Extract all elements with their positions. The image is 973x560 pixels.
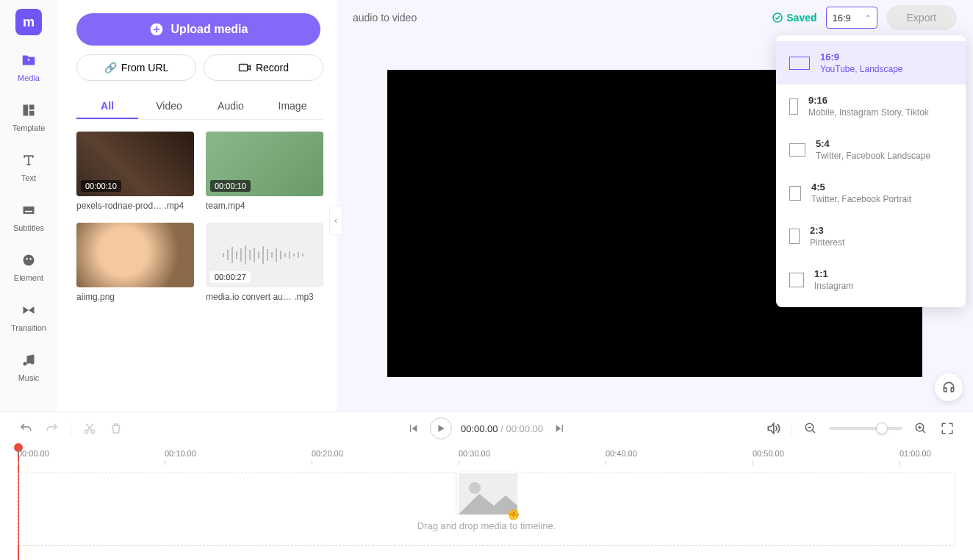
svg-rect-3 — [29, 105, 35, 110]
media-filename: media.io convert au… .mp3 — [206, 292, 323, 302]
ruler-mark: 00:20.00 — [312, 449, 343, 458]
upload-media-button[interactable]: Upload media — [76, 13, 320, 46]
tab-image[interactable]: Image — [262, 94, 323, 119]
check-circle-icon — [772, 12, 783, 24]
ratio-icon — [789, 98, 798, 115]
media-item[interactable]: 00:00:10 team.mp4 — [206, 132, 323, 211]
media-filename: team.mp4 — [206, 201, 323, 211]
grab-cursor-icon: ✊ — [507, 509, 520, 520]
svg-point-8 — [26, 258, 28, 260]
duration-badge: 00:00:10 — [81, 180, 121, 192]
project-title[interactable]: audio to video — [353, 12, 417, 24]
zoom-thumb[interactable] — [876, 423, 888, 434]
ratio-icon — [789, 143, 805, 157]
media-item[interactable]: aiimg.png — [76, 223, 194, 302]
ratio-icon — [789, 273, 804, 287]
aspect-option-2-3[interactable]: 2:3Pinterest — [776, 215, 966, 258]
aspect-option-4-5[interactable]: 4:5Twitter, Facebook Portrait — [776, 171, 966, 215]
support-button[interactable] — [935, 373, 963, 401]
svg-rect-4 — [29, 111, 35, 116]
tab-audio[interactable]: Audio — [200, 94, 262, 119]
sidebar-item-transition[interactable]: Transition — [0, 298, 57, 335]
aspect-option-9-16[interactable]: 9:16Mobile, Instagram Story, Tiktok — [776, 85, 966, 128]
ruler-mark: 00:50.00 — [753, 449, 784, 458]
camera-icon — [238, 62, 251, 73]
subtitles-icon — [20, 201, 37, 219]
sidebar-item-template[interactable]: Template — [0, 98, 57, 135]
duration-badge: 00:00:27 — [210, 271, 251, 283]
svg-rect-13 — [239, 65, 247, 71]
sidebar-item-label: Element — [14, 273, 43, 282]
undo-button[interactable] — [18, 420, 34, 437]
ratio-icon — [789, 186, 801, 201]
timecode: 00:00.00 / 00:00.00 — [461, 423, 543, 434]
svg-rect-12 — [156, 26, 157, 32]
aspect-ratio-select[interactable]: 16:9 ⌃ — [826, 7, 877, 29]
sidebar-item-music[interactable]: Music — [0, 348, 57, 385]
from-url-button[interactable]: 🔗 From URL — [76, 54, 196, 81]
sidebar-item-subtitles[interactable]: Subtitles — [0, 198, 57, 235]
sidebar-item-label: Transition — [11, 323, 46, 332]
delete-button[interactable] — [108, 420, 124, 437]
svg-point-39 — [469, 482, 481, 494]
duration-badge: 00:00:10 — [210, 180, 251, 192]
top-bar: audio to video Saved 16:9 ⌃ Export — [337, 0, 973, 35]
main-sidebar: m Media Template Text Subtitles Element … — [0, 0, 57, 412]
svg-rect-2 — [24, 105, 29, 116]
ruler-mark: 00:40.00 — [606, 449, 637, 458]
aspect-option-1-1[interactable]: 1:1Instagram — [776, 258, 966, 301]
ruler-mark: 01:00.00 — [900, 449, 931, 458]
tab-video[interactable]: Video — [138, 94, 200, 119]
aspect-option-16-9[interactable]: 16:9YouTube, Landscape — [776, 41, 966, 85]
fit-button[interactable] — [939, 420, 955, 437]
sidebar-item-media[interactable]: Media — [0, 49, 57, 85]
app-logo[interactable]: m — [15, 9, 42, 35]
sidebar-item-label: Media — [18, 73, 40, 82]
sidebar-item-text[interactable]: Text — [0, 148, 57, 185]
svg-rect-6 — [25, 211, 32, 212]
svg-rect-5 — [24, 207, 35, 214]
music-icon — [20, 351, 37, 369]
collapse-panel-button[interactable]: ‹ — [329, 206, 342, 235]
chevron-up-icon: ⌃ — [865, 14, 871, 22]
timeline-ruler[interactable]: 00:00.00 00:10.00 00:20.00 00:30.00 00:4… — [0, 445, 973, 468]
media-thumbnail: 00:00:27 — [206, 223, 323, 287]
drag-preview-thumbnail — [457, 472, 516, 513]
zoom-slider[interactable] — [829, 427, 902, 430]
prev-frame-button[interactable] — [405, 420, 421, 437]
media-thumbnail: 00:00:10 — [206, 132, 323, 196]
record-button[interactable]: Record — [204, 54, 323, 81]
tab-all[interactable]: All — [76, 94, 138, 119]
volume-button[interactable] — [765, 420, 781, 437]
dropzone-text: Drag and drop media to timeline. — [417, 520, 556, 531]
timeline-dropzone[interactable]: ✊ Drag and drop media to timeline. — [18, 473, 955, 546]
aspect-option-5-4[interactable]: 5:4Twitter, Facebook Landscape — [776, 128, 966, 171]
media-panel: Upload media 🔗 From URL Record All Video… — [57, 0, 337, 412]
timeline: 00:00.00 / 00:00.00 00:00.00 00:10.00 00… — [0, 412, 973, 560]
ruler-mark: 00:10.00 — [165, 449, 196, 458]
zoom-in-button[interactable] — [913, 420, 929, 437]
svg-rect-1 — [29, 59, 29, 62]
aspect-ratio-dropdown: 16:9YouTube, Landscape 9:16Mobile, Insta… — [776, 35, 966, 307]
folder-plus-icon — [20, 51, 37, 69]
redo-button[interactable] — [44, 420, 60, 437]
ruler-mark: 00:00.00 — [18, 449, 49, 458]
upload-label: Upload media — [171, 23, 248, 36]
ruler-mark: 00:30.00 — [459, 449, 490, 458]
media-item[interactable]: 00:00:10 pexels-rodnae-prod… .mp4 — [76, 132, 194, 211]
zoom-out-button[interactable] — [803, 420, 819, 437]
sidebar-item-label: Template — [12, 123, 46, 132]
ratio-icon — [789, 57, 810, 70]
media-item[interactable]: 00:00:27 media.io convert au… .mp3 — [206, 223, 323, 302]
export-button[interactable]: Export — [886, 5, 957, 30]
play-button[interactable] — [430, 417, 452, 439]
media-thumbnail: 00:00:10 — [76, 132, 194, 196]
next-frame-button[interactable] — [552, 420, 568, 437]
media-filename: pexels-rodnae-prod… .mp4 — [76, 201, 194, 211]
media-thumbnail — [76, 223, 194, 287]
sidebar-item-element[interactable]: Element — [0, 248, 57, 285]
template-icon — [20, 101, 37, 119]
cut-button[interactable] — [82, 420, 98, 437]
headset-icon — [941, 380, 956, 395]
waveform-icon — [220, 244, 309, 266]
